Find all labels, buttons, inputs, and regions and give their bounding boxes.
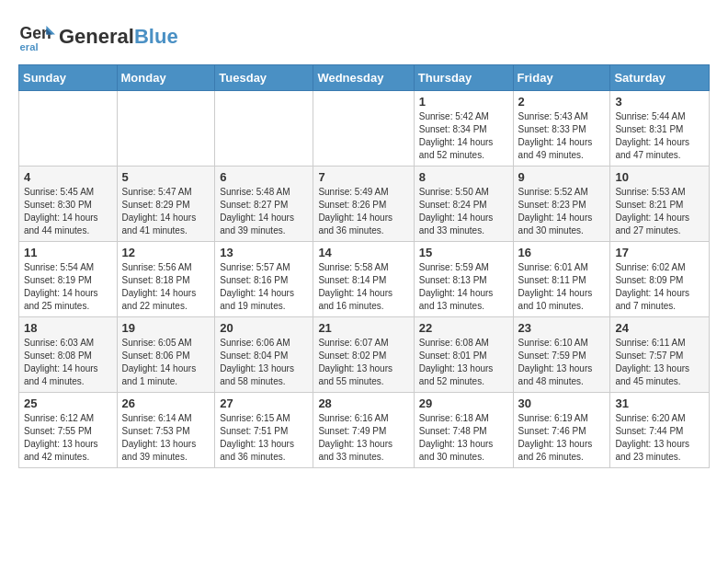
calendar-day-19: 19Sunrise: 6:05 AM Sunset: 8:06 PM Dayli… [117, 317, 215, 393]
logo-icon: Gen eral [18, 18, 55, 55]
day-number: 16 [518, 246, 606, 259]
calendar-day-13: 13Sunrise: 5:57 AM Sunset: 8:16 PM Dayli… [215, 242, 313, 317]
calendar-day-18: 18Sunrise: 6:03 AM Sunset: 8:08 PM Dayli… [19, 317, 118, 393]
calendar-day-11: 11Sunrise: 5:54 AM Sunset: 8:19 PM Dayli… [19, 242, 118, 317]
day-info: Sunrise: 5:58 AM Sunset: 8:14 PM Dayligh… [318, 261, 408, 313]
day-number: 28 [318, 396, 408, 410]
calendar-day-10: 10Sunrise: 5:53 AM Sunset: 8:21 PM Dayli… [610, 167, 710, 242]
day-number: 14 [318, 246, 408, 259]
day-info: Sunrise: 6:12 AM Sunset: 7:55 PM Dayligh… [24, 412, 112, 464]
day-number: 12 [122, 246, 210, 259]
day-info: Sunrise: 5:47 AM Sunset: 8:29 PM Dayligh… [122, 186, 210, 237]
calendar-empty-cell [117, 91, 215, 167]
day-number: 21 [318, 321, 408, 335]
calendar-day-6: 6Sunrise: 5:48 AM Sunset: 8:27 PM Daylig… [215, 167, 313, 242]
day-number: 5 [122, 170, 210, 184]
day-info: Sunrise: 5:44 AM Sunset: 8:31 PM Dayligh… [615, 110, 704, 162]
weekday-header-sunday: Sunday [19, 65, 118, 91]
calendar-day-31: 31Sunrise: 6:20 AM Sunset: 7:44 PM Dayli… [610, 393, 710, 468]
calendar-day-24: 24Sunrise: 6:11 AM Sunset: 7:57 PM Dayli… [610, 317, 710, 393]
calendar-week-row: 1Sunrise: 5:42 AM Sunset: 8:34 PM Daylig… [19, 91, 710, 167]
calendar-day-28: 28Sunrise: 6:16 AM Sunset: 7:49 PM Dayli… [313, 393, 414, 468]
day-number: 20 [220, 321, 308, 335]
calendar-day-12: 12Sunrise: 5:56 AM Sunset: 8:18 PM Dayli… [117, 242, 215, 317]
day-info: Sunrise: 6:15 AM Sunset: 7:51 PM Dayligh… [220, 412, 308, 464]
calendar-day-4: 4Sunrise: 5:45 AM Sunset: 8:30 PM Daylig… [19, 167, 118, 242]
calendar-day-16: 16Sunrise: 6:01 AM Sunset: 8:11 PM Dayli… [513, 242, 610, 317]
logo-text: GeneralBlue [59, 26, 178, 48]
day-info: Sunrise: 6:03 AM Sunset: 8:08 PM Dayligh… [24, 337, 112, 388]
weekday-header-monday: Monday [117, 65, 215, 91]
calendar-day-23: 23Sunrise: 6:10 AM Sunset: 7:59 PM Dayli… [513, 317, 610, 393]
calendar-day-14: 14Sunrise: 5:58 AM Sunset: 8:14 PM Dayli… [313, 242, 414, 317]
calendar-day-29: 29Sunrise: 6:18 AM Sunset: 7:48 PM Dayli… [414, 393, 513, 468]
day-number: 23 [518, 321, 606, 335]
weekday-header-tuesday: Tuesday [215, 65, 313, 91]
calendar-day-22: 22Sunrise: 6:08 AM Sunset: 8:01 PM Dayli… [414, 317, 513, 393]
day-info: Sunrise: 6:10 AM Sunset: 7:59 PM Dayligh… [518, 337, 606, 388]
calendar-empty-cell [313, 91, 414, 167]
day-number: 24 [615, 321, 704, 335]
day-info: Sunrise: 5:52 AM Sunset: 8:23 PM Dayligh… [518, 186, 606, 237]
day-info: Sunrise: 5:50 AM Sunset: 8:24 PM Dayligh… [419, 186, 508, 237]
day-info: Sunrise: 5:45 AM Sunset: 8:30 PM Dayligh… [24, 186, 112, 237]
calendar-empty-cell [215, 91, 313, 167]
day-number: 31 [615, 396, 704, 410]
day-number: 1 [419, 95, 508, 109]
day-info: Sunrise: 6:20 AM Sunset: 7:44 PM Dayligh… [615, 412, 704, 464]
day-number: 8 [419, 170, 508, 184]
calendar-day-2: 2Sunrise: 5:43 AM Sunset: 8:33 PM Daylig… [513, 91, 610, 167]
day-info: Sunrise: 6:11 AM Sunset: 7:57 PM Dayligh… [615, 337, 704, 388]
weekday-header-friday: Friday [513, 65, 610, 91]
day-number: 17 [615, 246, 704, 259]
weekday-header-wednesday: Wednesday [313, 65, 414, 91]
calendar-table: SundayMondayTuesdayWednesdayThursdayFrid… [18, 64, 710, 468]
day-number: 25 [24, 396, 112, 410]
day-number: 26 [122, 396, 210, 410]
day-number: 9 [518, 170, 606, 184]
day-info: Sunrise: 5:59 AM Sunset: 8:13 PM Dayligh… [419, 261, 508, 313]
weekday-header-thursday: Thursday [414, 65, 513, 91]
day-info: Sunrise: 6:14 AM Sunset: 7:53 PM Dayligh… [122, 412, 210, 464]
calendar-week-row: 11Sunrise: 5:54 AM Sunset: 8:19 PM Dayli… [19, 242, 710, 317]
calendar-day-17: 17Sunrise: 6:02 AM Sunset: 8:09 PM Dayli… [610, 242, 710, 317]
day-number: 6 [220, 170, 308, 184]
page-header: Gen eral GeneralBlue [18, 18, 710, 55]
calendar-day-27: 27Sunrise: 6:15 AM Sunset: 7:51 PM Dayli… [215, 393, 313, 468]
calendar-day-8: 8Sunrise: 5:50 AM Sunset: 8:24 PM Daylig… [414, 167, 513, 242]
day-number: 11 [24, 246, 112, 259]
svg-text:eral: eral [20, 41, 39, 52]
day-number: 10 [615, 170, 704, 184]
calendar-week-row: 4Sunrise: 5:45 AM Sunset: 8:30 PM Daylig… [19, 167, 710, 242]
calendar-day-5: 5Sunrise: 5:47 AM Sunset: 8:29 PM Daylig… [117, 167, 215, 242]
day-info: Sunrise: 5:48 AM Sunset: 8:27 PM Dayligh… [220, 186, 308, 237]
day-info: Sunrise: 5:56 AM Sunset: 8:18 PM Dayligh… [122, 261, 210, 313]
day-info: Sunrise: 5:49 AM Sunset: 8:26 PM Dayligh… [318, 186, 408, 237]
day-number: 13 [220, 246, 308, 259]
calendar-day-30: 30Sunrise: 6:19 AM Sunset: 7:46 PM Dayli… [513, 393, 610, 468]
day-info: Sunrise: 6:16 AM Sunset: 7:49 PM Dayligh… [318, 412, 408, 464]
calendar-day-20: 20Sunrise: 6:06 AM Sunset: 8:04 PM Dayli… [215, 317, 313, 393]
weekday-header-saturday: Saturday [610, 65, 710, 91]
logo: Gen eral GeneralBlue [18, 18, 178, 55]
day-number: 19 [122, 321, 210, 335]
day-info: Sunrise: 6:02 AM Sunset: 8:09 PM Dayligh… [615, 261, 704, 313]
weekday-header-row: SundayMondayTuesdayWednesdayThursdayFrid… [19, 65, 710, 91]
calendar-day-3: 3Sunrise: 5:44 AM Sunset: 8:31 PM Daylig… [610, 91, 710, 167]
day-number: 4 [24, 170, 112, 184]
calendar-day-25: 25Sunrise: 6:12 AM Sunset: 7:55 PM Dayli… [19, 393, 118, 468]
day-info: Sunrise: 6:08 AM Sunset: 8:01 PM Dayligh… [419, 337, 508, 388]
day-info: Sunrise: 5:43 AM Sunset: 8:33 PM Dayligh… [518, 110, 606, 162]
calendar-day-26: 26Sunrise: 6:14 AM Sunset: 7:53 PM Dayli… [117, 393, 215, 468]
day-number: 3 [615, 95, 704, 109]
calendar-day-1: 1Sunrise: 5:42 AM Sunset: 8:34 PM Daylig… [414, 91, 513, 167]
day-info: Sunrise: 5:53 AM Sunset: 8:21 PM Dayligh… [615, 186, 704, 237]
day-info: Sunrise: 6:19 AM Sunset: 7:46 PM Dayligh… [518, 412, 606, 464]
day-info: Sunrise: 5:42 AM Sunset: 8:34 PM Dayligh… [419, 110, 508, 162]
day-number: 22 [419, 321, 508, 335]
day-number: 7 [318, 170, 408, 184]
day-info: Sunrise: 6:07 AM Sunset: 8:02 PM Dayligh… [318, 337, 408, 388]
day-number: 29 [419, 396, 508, 410]
calendar-day-7: 7Sunrise: 5:49 AM Sunset: 8:26 PM Daylig… [313, 167, 414, 242]
day-info: Sunrise: 6:06 AM Sunset: 8:04 PM Dayligh… [220, 337, 308, 388]
